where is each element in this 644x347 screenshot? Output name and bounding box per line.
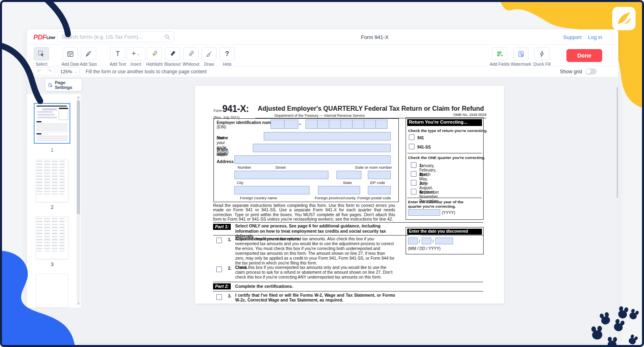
undo-icon: ↶ [37, 68, 41, 74]
lightning-icon [538, 50, 546, 58]
add-fields-button[interactable]: Add Fields [492, 47, 507, 66]
date-mm-input[interactable] [408, 238, 418, 244]
logo-liner-text: Liner [47, 35, 55, 40]
item3-number: 3. [228, 293, 232, 298]
page-number-3[interactable]: 3 [36, 261, 68, 267]
select-icon [38, 50, 45, 58]
checkbox-item-1[interactable] [216, 238, 222, 243]
form-department: Department of the Treasury — Internal Re… [227, 114, 412, 118]
col-foreign-country-label: Foreign country name [240, 196, 277, 200]
page-thumbnail-1[interactable] [34, 103, 70, 144]
document-title: Form 941-X [330, 34, 419, 40]
col-city-label: City [237, 180, 243, 185]
year-input[interactable] [408, 209, 440, 216]
select-tool-button[interactable]: Select [34, 47, 49, 66]
checkbox-quarter-1[interactable] [411, 162, 416, 168]
document-scrollbar[interactable] [617, 87, 618, 198]
year-label-line1: Enter the calendar year of the [408, 200, 464, 204]
search-icon[interactable] [164, 34, 170, 40]
collapse-panel-button[interactable]: ‹ [31, 80, 39, 89]
back-chevron-icon: ‹ [34, 80, 37, 89]
checkbox-quarter-3[interactable] [411, 180, 416, 186]
search-input[interactable] [62, 32, 162, 42]
redo-button[interactable]: ↷ [44, 67, 55, 76]
show-grid-toggle[interactable] [585, 68, 597, 74]
quarter-label: Check the ONE quarter you're correcting. [408, 155, 485, 160]
ein-digit-input[interactable] [375, 120, 388, 129]
state-input[interactable] [336, 171, 361, 179]
whiteout-marker-icon [187, 50, 195, 58]
ein-digit-input[interactable] [340, 120, 353, 129]
support-link[interactable]: Support [563, 34, 582, 40]
page-thumbnail-3[interactable] [36, 216, 68, 259]
page-thumbnail-4[interactable] [36, 274, 68, 308]
checkbox-941[interactable] [409, 134, 414, 140]
page-thumbnail-2[interactable] [36, 159, 68, 202]
watermark-icon [517, 50, 525, 58]
redo-icon: ↷ [47, 68, 52, 74]
ein-digit-input[interactable] [329, 120, 341, 129]
address-input[interactable] [234, 155, 391, 164]
done-button[interactable]: Done [566, 49, 602, 62]
pdfliner-logo[interactable]: PDFLiner [33, 33, 55, 41]
login-link[interactable]: Log in [588, 34, 602, 40]
highlight-marker-icon [151, 50, 158, 58]
date-separator: / [433, 239, 434, 244]
page-number-2[interactable]: 2 [36, 204, 68, 210]
paintbrush-icon [205, 50, 213, 58]
col-foreign-province-label: Foreign province/county [315, 196, 355, 200]
help-button[interactable]: ? Help [219, 47, 235, 66]
item2-number: 2. [228, 266, 232, 271]
col-zip-label: ZIP code [370, 180, 385, 185]
part2-tag: Part 2: [213, 283, 231, 289]
plus-icon: + [132, 50, 136, 58]
page-settings-button[interactable]: Page Settings [45, 79, 82, 91]
ein-digit-input[interactable] [352, 120, 364, 129]
foreign-postal-input[interactable] [368, 186, 391, 194]
undo-button[interactable]: ↶ [34, 67, 45, 76]
date-yyyy-input[interactable] [435, 238, 453, 244]
checkbox-quarter-2[interactable] [411, 171, 416, 177]
scroll-up-icon[interactable]: ▲ [77, 96, 80, 99]
zip-input[interactable] [368, 171, 391, 179]
ein-digit-input[interactable] [317, 120, 329, 129]
date-dd-input[interactable] [422, 238, 431, 244]
document-canvas: ‹ Page Settings [27, 77, 618, 343]
quick-fill-button[interactable]: Quick Fill [534, 47, 550, 66]
add-fields-icon [496, 50, 503, 58]
col-suite-label: Suite or room number [355, 165, 392, 169]
zoom-select[interactable]: 125% ⌄ [57, 67, 80, 76]
checkbox-item-2[interactable] [216, 266, 222, 272]
foreign-province-input[interactable] [318, 186, 360, 194]
scroll-down-icon[interactable]: ▼ [77, 302, 80, 305]
show-grid-label: Show grid [560, 69, 582, 74]
screenshot-frame: PDFLiner Form 941-X Support Log in [0, 0, 644, 347]
foreign-country-input[interactable] [234, 186, 310, 194]
col-number-label: Number [238, 165, 251, 169]
watermark-button[interactable]: Watermark [513, 47, 529, 66]
ein-group-2 [306, 120, 387, 130]
col-state-label: State [343, 180, 352, 185]
checkbox-quarter-4[interactable] [411, 189, 416, 194]
checkbox-941ss[interactable] [409, 144, 414, 149]
ein-digit-input[interactable] [271, 120, 285, 129]
checkbox-item-3[interactable] [216, 294, 222, 300]
name-input[interactable] [264, 132, 391, 140]
trade-name-input[interactable] [253, 144, 391, 152]
form-instructions: Read the separate instructions before co… [213, 203, 395, 222]
form-number: 941-X: [222, 103, 249, 114]
ein-digit-input[interactable] [284, 120, 298, 129]
city-input[interactable] [234, 171, 328, 179]
thumbnail-scrollbar-thumb[interactable] [77, 101, 80, 214]
search-box [57, 31, 174, 42]
ein-paren-label: (EIN) [217, 125, 226, 129]
show-grid-control: Show grid [560, 68, 597, 74]
thumbnail-scrollbar[interactable]: ▲ ▼ [77, 96, 80, 305]
form-word: Form [213, 109, 222, 113]
return-correcting-header: Return You're Correcting... [407, 119, 482, 126]
ein-digit-input[interactable] [364, 120, 376, 129]
page-number-1[interactable]: 1 [34, 147, 70, 153]
part1-tag: Part 1: [213, 224, 231, 230]
add-sign-button[interactable]: Add Sign [81, 47, 96, 66]
ein-digit-input[interactable] [306, 120, 318, 129]
